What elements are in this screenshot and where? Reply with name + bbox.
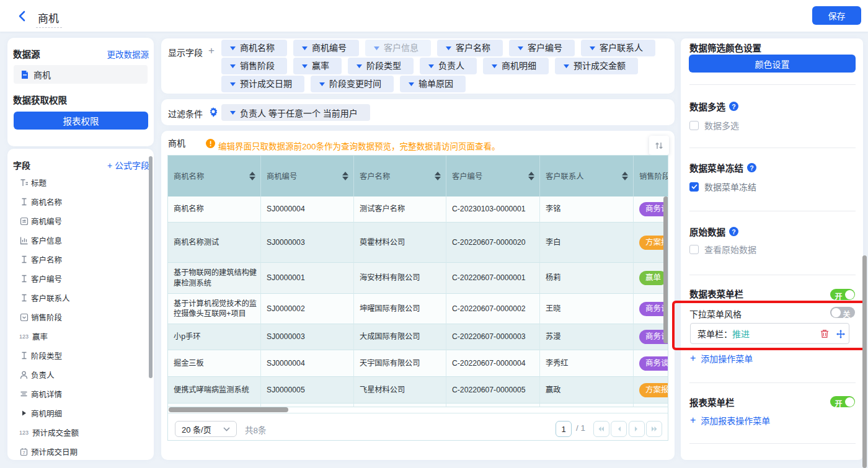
svg-text:7: 7 xyxy=(22,450,25,456)
